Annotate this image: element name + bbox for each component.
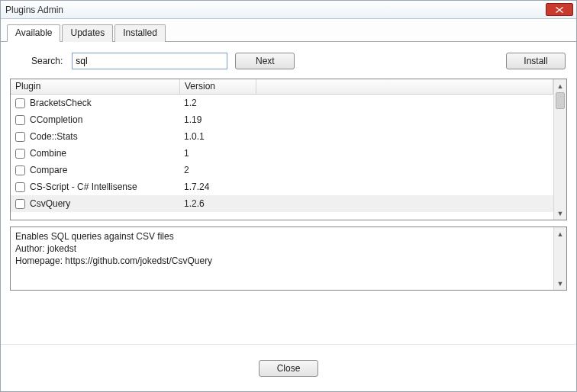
cell-plugin-name: CCompletion: [30, 114, 184, 125]
table-row[interactable]: CS-Script - C# Intellisense1.7.24: [11, 178, 553, 195]
cell-version: 1.2.6: [184, 198, 260, 209]
table-row[interactable]: Compare2: [11, 162, 553, 178]
scroll-up-arrow-icon[interactable]: ▲: [554, 227, 567, 240]
description-scrollbar[interactable]: ▲ ▼: [553, 227, 566, 290]
install-button[interactable]: Install: [506, 53, 566, 69]
cell-version: 2: [184, 165, 260, 175]
next-button[interactable]: Next: [235, 53, 295, 69]
scroll-track[interactable]: [554, 240, 566, 277]
cell-plugin-name: Code::Stats: [30, 131, 184, 142]
tabs: AvailableUpdatesInstalled: [1, 19, 576, 42]
table-row[interactable]: CCompletion1.19: [11, 111, 553, 128]
plugin-list: Plugin Version BracketsCheck1.2CCompleti…: [10, 79, 567, 220]
scroll-down-arrow-icon[interactable]: ▼: [554, 277, 567, 290]
footer: Close: [1, 344, 576, 391]
table-row[interactable]: Combine1: [11, 145, 553, 162]
list-header: Plugin Version: [11, 79, 553, 95]
row-checkbox[interactable]: [15, 182, 25, 192]
search-input[interactable]: [72, 53, 227, 69]
scroll-thumb[interactable]: [556, 92, 565, 109]
description-text: Enables SQL queries against CSV files Au…: [11, 227, 553, 290]
close-icon: [556, 7, 563, 13]
row-checkbox[interactable]: [15, 132, 25, 142]
row-checkbox[interactable]: [15, 199, 25, 209]
search-row: Search: Next Install: [10, 50, 567, 72]
cell-version: 1.19: [184, 114, 260, 125]
cell-version: 1.0.1: [184, 131, 260, 142]
content-area: Search: Next Install Plugin Version Brac…: [1, 42, 576, 344]
cell-plugin-name: CsvQuery: [30, 198, 184, 209]
scroll-down-arrow-icon[interactable]: ▼: [554, 207, 567, 220]
col-header-plugin[interactable]: Plugin: [11, 79, 180, 94]
scroll-up-arrow-icon[interactable]: ▲: [554, 79, 567, 92]
close-button[interactable]: Close: [259, 360, 318, 377]
row-checkbox[interactable]: [15, 98, 25, 108]
tab-available[interactable]: Available: [7, 24, 60, 42]
scroll-track[interactable]: [554, 92, 566, 207]
cell-version: 1.2: [184, 98, 260, 108]
window-title: Plugins Admin: [5, 5, 546, 15]
list-scrollbar[interactable]: ▲ ▼: [553, 79, 566, 220]
list-rows: BracketsCheck1.2CCompletion1.19Code::Sta…: [11, 95, 553, 212]
cell-plugin-name: BracketsCheck: [30, 98, 184, 108]
tab-installed[interactable]: Installed: [114, 24, 166, 42]
col-header-spacer: [256, 79, 553, 94]
titlebar: Plugins Admin: [1, 1, 576, 19]
cell-plugin-name: Compare: [30, 165, 184, 175]
search-label: Search:: [31, 56, 63, 66]
plugins-admin-window: Plugins Admin AvailableUpdatesInstalled …: [0, 0, 577, 392]
plugin-list-viewport: Plugin Version BracketsCheck1.2CCompleti…: [11, 79, 553, 220]
cell-version: 1.7.24: [184, 182, 260, 192]
table-row[interactable]: Code::Stats1.0.1: [11, 128, 553, 145]
tab-updates[interactable]: Updates: [62, 24, 113, 42]
cell-plugin-name: Combine: [30, 148, 184, 159]
row-checkbox[interactable]: [15, 165, 25, 175]
table-row[interactable]: CsvQuery1.2.6: [11, 195, 553, 212]
window-close-button[interactable]: [546, 3, 573, 16]
col-header-version[interactable]: Version: [180, 79, 256, 94]
description-panel: Enables SQL queries against CSV files Au…: [10, 227, 567, 291]
row-checkbox[interactable]: [15, 149, 25, 159]
cell-plugin-name: CS-Script - C# Intellisense: [30, 182, 184, 192]
cell-version: 1: [184, 148, 260, 159]
row-checkbox[interactable]: [15, 115, 25, 125]
table-row[interactable]: BracketsCheck1.2: [11, 95, 553, 111]
